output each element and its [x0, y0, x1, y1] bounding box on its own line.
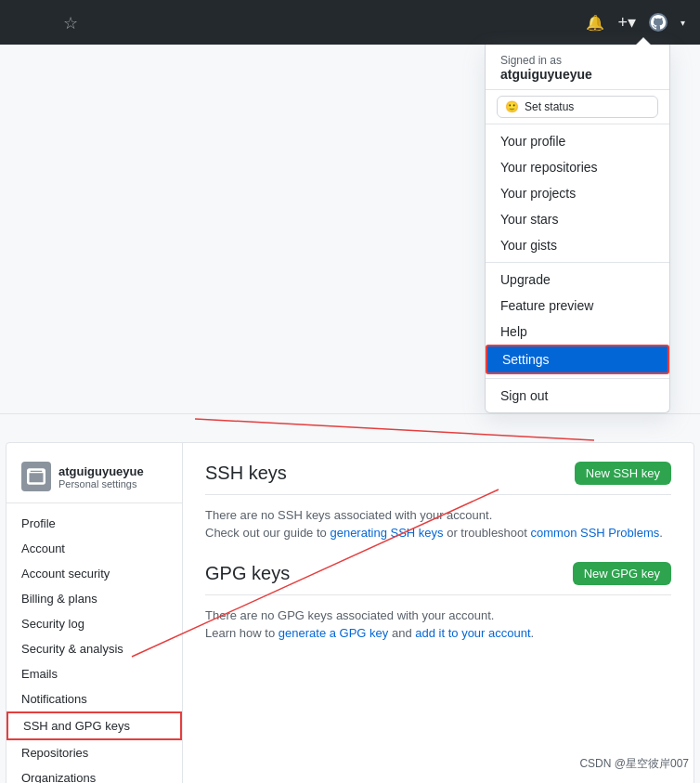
dropdown-item-your-projects[interactable]: Your projects: [486, 180, 669, 206]
sidebar-item-account[interactable]: Account: [6, 536, 182, 561]
smiley-icon: 🙂: [505, 100, 519, 113]
sidebar-item-account-security[interactable]: Account security: [6, 561, 182, 586]
gpg-description2: and: [392, 626, 412, 640]
dropdown-item-help[interactable]: Help: [486, 319, 669, 345]
svg-line-0: [195, 419, 594, 440]
ssh-guide-text: Check out our guide to generating SSH ke…: [205, 526, 671, 540]
ssh-generating-link[interactable]: generating SSH keys: [330, 526, 443, 540]
new-ssh-key-button[interactable]: New SSH key: [575, 462, 671, 485]
plus-icon[interactable]: +▾: [617, 12, 636, 33]
dropdown-item-feature-preview[interactable]: Feature preview: [486, 293, 669, 319]
dropdown-item-your-gists[interactable]: Your gists: [486, 232, 669, 258]
sidebar-item-security-log[interactable]: Security log: [6, 611, 182, 636]
sidebar-avatar: [21, 462, 51, 491]
dropdown-item-sign-out[interactable]: Sign out: [486, 383, 669, 409]
sidebar-item-repositories[interactable]: Repositories: [6, 740, 182, 765]
dropdown-item-your-stars[interactable]: Your stars: [486, 206, 669, 232]
ssh-section-title: SSH keys: [205, 463, 287, 484]
connection-lines: [0, 414, 700, 442]
gpg-guide-text: Learn how to generate a GPG key and add …: [205, 626, 671, 640]
watermark: CSDN @星空彼岸007: [579, 756, 689, 772]
sidebar-item-emails[interactable]: Emails: [6, 661, 182, 686]
github-header: ☆ 🔔 +▾ ▾: [0, 0, 700, 45]
set-status-section: 🙂 Set status: [486, 90, 669, 124]
sidebar-user-header: atguiguyueyue Personal settings: [6, 454, 182, 503]
bell-icon[interactable]: 🔔: [586, 14, 604, 32]
signout-section: Sign out: [486, 379, 669, 412]
gpg-section: GPG keys New GPG key There are no GPG ke…: [205, 562, 671, 640]
main-content-area: SSH keys New SSH key There are no SSH ke…: [183, 443, 694, 783]
gpg-header-row: GPG keys New GPG key: [205, 562, 671, 585]
sidebar-user-info: atguiguyueyue Personal settings: [58, 464, 144, 489]
support-section: Upgrade Feature preview Help Settings: [486, 263, 669, 379]
new-gpg-key-button[interactable]: New GPG key: [573, 562, 671, 585]
sidebar-item-profile[interactable]: Profile: [6, 511, 182, 536]
ssh-no-keys-text: There are no SSH keys associated with yo…: [205, 508, 671, 522]
ssh-description: Check out our guide to: [205, 526, 327, 540]
ssh-header-row: SSH keys New SSH key: [205, 462, 671, 485]
sidebar-item-ssh-gpg-keys[interactable]: SSH and GPG keys: [6, 711, 182, 740]
gpg-add-link[interactable]: add it to your account: [415, 626, 530, 640]
dropdown-item-your-profile[interactable]: Your profile: [486, 128, 669, 154]
sidebar-item-billing-plans[interactable]: Billing & plans: [6, 586, 182, 611]
sidebar-subtitle: Personal settings: [58, 478, 144, 489]
signed-in-label: Signed in as: [500, 54, 655, 67]
settings-sidebar: atguiguyueyue Personal settings Profile …: [6, 443, 183, 783]
gpg-generate-link[interactable]: generate a GPG key: [279, 626, 389, 640]
dropdown-item-your-repositories[interactable]: Your repositories: [486, 154, 669, 180]
sidebar-item-notifications[interactable]: Notifications: [6, 686, 182, 711]
sidebar-nav: Profile Account Account security Billing…: [6, 511, 182, 783]
ssh-section: SSH keys New SSH key There are no SSH ke…: [205, 462, 671, 540]
dropdown-username: atguiguyueyue: [500, 67, 655, 82]
gpg-description: Learn how to: [205, 626, 275, 640]
set-status-label: Set status: [525, 100, 574, 113]
profile-section: Your profile Your repositories Your proj…: [486, 124, 669, 263]
avatar-button[interactable]: [649, 13, 668, 32]
dropdown-item-upgrade[interactable]: Upgrade: [486, 267, 669, 293]
ssh-problems-link[interactable]: common SSH Problems: [531, 526, 660, 540]
star-icon[interactable]: ☆: [63, 13, 78, 33]
sidebar-item-security-analysis[interactable]: Security & analysis: [6, 636, 182, 661]
ssh-description2: or troubleshoot: [447, 526, 527, 540]
dropdown-header: Signed in as atguiguyueyue: [486, 45, 669, 90]
chevron-icon[interactable]: ▾: [681, 18, 685, 28]
set-status-button[interactable]: 🙂 Set status: [497, 96, 658, 118]
gpg-no-keys-text: There are no GPG keys associated with yo…: [205, 608, 671, 622]
gpg-section-title: GPG keys: [205, 563, 290, 584]
dropdown-arrow: [636, 37, 651, 45]
settings-page: atguiguyueyue Personal settings Profile …: [6, 442, 694, 783]
dropdown-item-settings[interactable]: Settings: [486, 345, 669, 374]
sidebar-username: atguiguyueyue: [58, 464, 144, 478]
sidebar-item-organizations[interactable]: Organizations: [6, 765, 182, 783]
user-dropdown-menu: Signed in as atguiguyueyue 🙂 Set status …: [485, 45, 670, 413]
